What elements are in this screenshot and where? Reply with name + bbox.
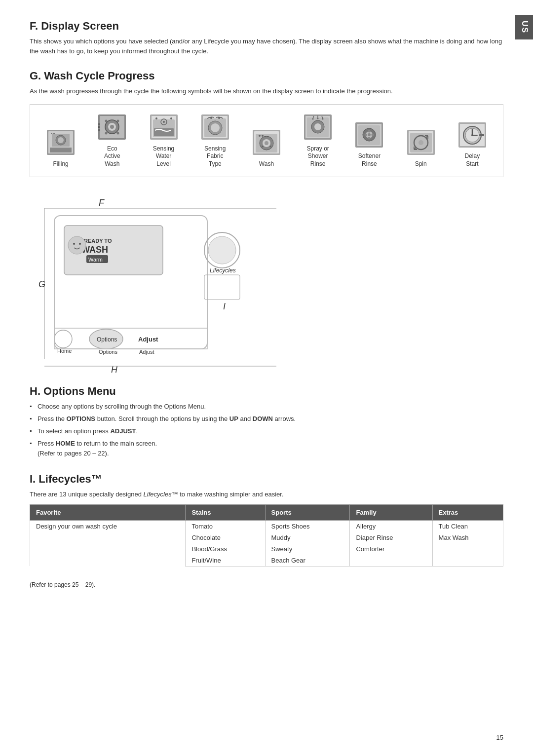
symbol-eco-active: EcoActiveWash: [86, 113, 138, 168]
cell-extras-4: [432, 555, 503, 567]
spray-rinse-icon: [300, 113, 336, 142]
cell-stains-1: Tomato: [186, 520, 265, 532]
cell-family-3: Comforter: [350, 543, 432, 555]
svg-text:Adjust: Adjust: [138, 336, 158, 343]
wash-icon: [249, 128, 284, 157]
svg-point-61: [368, 137, 371, 139]
options-word: OPTIONS: [67, 415, 96, 422]
machine-diagram: F G READY TO WASH Warm Lifecycles: [30, 191, 296, 380]
svg-point-14: [117, 120, 119, 122]
sensing-fabric-label: SensingFabricType: [204, 145, 226, 168]
svg-rect-6: [51, 133, 52, 134]
svg-point-16: [117, 132, 119, 135]
col-favorite: Favorite: [30, 504, 186, 520]
lifecycles-table: Favorite Stains Sports Family Extras Des…: [30, 504, 503, 567]
home-word: HOME: [56, 440, 75, 447]
svg-point-47: [314, 123, 321, 130]
cell-family-1: Allergy: [350, 520, 432, 532]
col-extras: Extras: [432, 504, 503, 520]
sensing-water-icon: [146, 113, 182, 142]
cell-extras-3: [432, 543, 503, 555]
sensing-fabric-icon: [197, 113, 233, 142]
svg-rect-18: [98, 126, 100, 128]
cell-extras-1: Tub Clean: [432, 520, 503, 532]
svg-point-27: [170, 117, 172, 119]
svg-point-15: [105, 132, 108, 135]
sensing-water-label: SensingWaterLevel: [153, 145, 174, 168]
spin-label: Spin: [415, 160, 427, 168]
options-bullet-1: Choose any options by scrolling through …: [30, 402, 503, 412]
symbol-spray-rinse: Spray orShowerRinse: [292, 113, 343, 168]
svg-point-51: [312, 118, 314, 120]
svg-point-63: [372, 133, 374, 136]
filling-label: Filling: [53, 160, 68, 168]
svg-point-13: [105, 120, 108, 122]
svg-text:Lifecycles: Lifecycles: [210, 267, 236, 274]
svg-point-25: [163, 121, 165, 123]
svg-text:Options: Options: [97, 336, 117, 343]
svg-rect-99: [54, 328, 207, 349]
symbol-filling: Filling: [35, 128, 86, 168]
table-row: Design your own wash cycle Tomato Sports…: [30, 520, 503, 532]
spray-rinse-label: Spray orShowerRinse: [307, 145, 329, 168]
svg-point-68: [419, 140, 423, 145]
wash-label: Wash: [259, 160, 274, 168]
cell-favorite-1: Design your own wash cycle: [30, 520, 186, 566]
svg-point-53: [322, 118, 324, 120]
section-g: G. Wash Cycle Progress As the wash progr…: [30, 70, 503, 177]
footer-refer: (Refer to pages 25 – 29).: [30, 580, 503, 589]
options-bullet-3: To select an option press ADJUST.: [30, 426, 503, 437]
filling-icon: [43, 128, 78, 157]
symbols-box: Filling: [30, 104, 503, 178]
svg-rect-76: [479, 134, 484, 136]
col-family: Family: [350, 504, 432, 520]
svg-point-75: [471, 134, 473, 136]
svg-rect-7: [53, 133, 55, 134]
delay-start-icon: [455, 120, 490, 150]
section-i-intro: There are 13 unique specially designed L…: [30, 490, 503, 499]
section-i-heading: I. Lifecycles™: [30, 473, 503, 486]
svg-point-42: [262, 135, 264, 137]
symbol-sensing-water: SensingWaterLevel: [138, 113, 189, 168]
down-word: DOWN: [253, 415, 273, 422]
eco-active-label: EcoActiveWash: [104, 145, 120, 168]
adjust-word: ADJUST: [110, 427, 136, 435]
cell-sports-4: Beach Gear: [265, 555, 350, 567]
page-number: 15: [496, 734, 503, 741]
symbol-sensing-fabric: SensingFabricType: [190, 113, 241, 168]
section-i: I. Lifecycles™ There are 13 unique speci…: [30, 473, 503, 567]
svg-point-89: [208, 236, 236, 264]
g-diagram-label: G: [38, 279, 45, 289]
i-diagram-label: I: [223, 302, 226, 311]
cell-sports-1: Sports Shoes: [265, 520, 350, 532]
cell-sports-3: Sweaty: [265, 543, 350, 555]
svg-point-41: [259, 135, 261, 137]
cell-family-4: [350, 555, 432, 567]
eco-active-icon: [94, 113, 130, 142]
spin-icon: [403, 128, 439, 157]
svg-point-33: [210, 117, 212, 119]
cell-family-2: Diaper Rinse: [350, 532, 432, 543]
svg-point-92: [54, 330, 72, 348]
svg-point-12: [110, 125, 114, 129]
section-f: F. Display Screen This shows you which o…: [30, 20, 503, 56]
section-f-heading: F. Display Screen: [30, 20, 503, 33]
f-diagram-label: F: [99, 198, 105, 208]
svg-rect-19: [98, 129, 100, 131]
svg-point-40: [265, 141, 268, 145]
symbols-row: Filling: [35, 113, 498, 168]
section-h: H. Options Menu Choose any options by sc…: [30, 385, 503, 459]
svg-point-60: [368, 130, 371, 132]
svg-point-26: [155, 117, 157, 119]
cell-stains-3: Blood/Grass: [186, 543, 265, 555]
svg-point-52: [317, 118, 319, 119]
svg-point-5: [58, 137, 64, 143]
svg-rect-91: [204, 275, 240, 300]
cell-stains-4: Fruit/Wine: [186, 555, 265, 567]
softener-rinse-label: SoftenerRinse: [358, 152, 381, 168]
delay-start-label: DelayStart: [465, 152, 480, 168]
svg-point-85: [68, 236, 86, 254]
options-menu-list: Choose any options by scrolling through …: [30, 402, 503, 459]
section-f-para: This shows you which options you have se…: [30, 37, 503, 56]
symbol-softener-rinse: SoftenerRinse: [343, 120, 395, 168]
